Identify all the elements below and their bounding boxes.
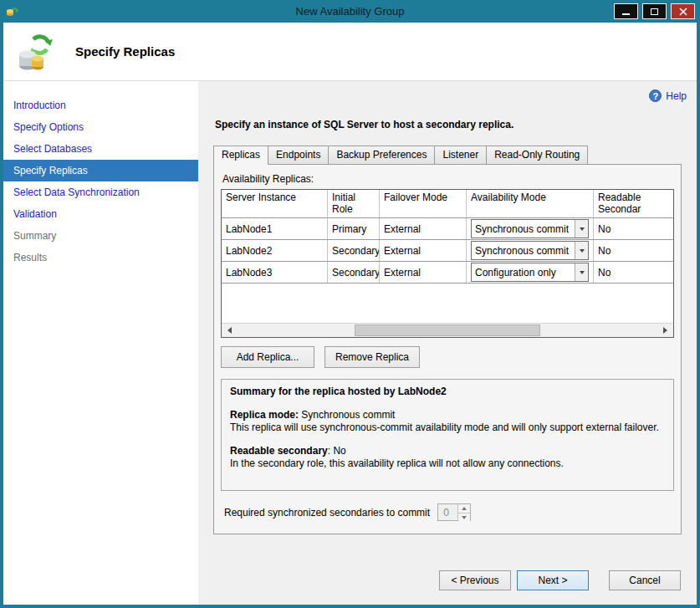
scroll-right-icon	[663, 327, 671, 334]
previous-button[interactable]: < Previous	[439, 570, 511, 590]
cell-failover-mode[interactable]: External	[380, 218, 467, 239]
cell-server-instance[interactable]: LabNode3	[222, 262, 328, 283]
replica-mode-line: Replica mode: Synchronous commit	[230, 409, 665, 422]
sidebar-item-introduction[interactable]: Introduction	[3, 95, 198, 116]
sidebar-item-specify-options[interactable]: Specify Options	[3, 116, 198, 138]
grid-empty-area	[222, 284, 673, 323]
wizard-footer: < Previous Next > Cancel	[208, 570, 687, 605]
dialog-body: Specify Replicas Introduction Specify Op…	[3, 23, 697, 605]
cell-availability-mode: Configuration only	[467, 262, 594, 283]
chevron-down-icon	[580, 227, 585, 233]
help-label: Help	[666, 90, 687, 102]
readable-secondary-description: In the secondary role, this availability…	[230, 457, 665, 470]
scroll-left-icon	[224, 327, 232, 334]
horizontal-scrollbar[interactable]	[222, 323, 673, 337]
column-header-initial-role[interactable]: Initial Role	[328, 190, 380, 217]
readable-secondary-label: Readable secondary	[230, 445, 328, 457]
spinner-down-button[interactable]	[458, 513, 470, 522]
cell-availability-mode: Synchronous commit	[467, 240, 594, 261]
cell-failover-mode[interactable]: External	[380, 262, 467, 283]
dropdown-button[interactable]	[575, 220, 588, 238]
spinner-up-button[interactable]	[458, 504, 470, 513]
sidebar-item-validation[interactable]: Validation	[3, 203, 198, 225]
sidebar-item-results: Results	[3, 247, 198, 268]
replica-tabs: Replicas Endpoints Backup Preferences Li…	[213, 146, 682, 164]
replicas-grid: Server Instance Initial Role Failover Mo…	[221, 189, 674, 338]
replica-mode-description: This replica will use synchronous-commit…	[230, 422, 665, 434]
readable-secondary-line: Readable secondary: No	[230, 445, 665, 457]
next-button[interactable]: Next >	[517, 570, 589, 590]
wizard-header: Specify Replicas	[3, 23, 697, 81]
cell-server-instance[interactable]: LabNode2	[222, 240, 328, 261]
scrollbar-thumb[interactable]	[355, 324, 541, 336]
cell-initial-role[interactable]: Primary	[328, 218, 380, 239]
cell-initial-role[interactable]: Secondary	[328, 240, 380, 261]
cell-readable-secondary[interactable]: No	[594, 240, 673, 261]
sidebar-item-specify-replicas[interactable]: Specify Replicas	[3, 160, 198, 181]
close-icon	[679, 8, 687, 16]
table-row[interactable]: LabNode1 Primary External Synchronous co…	[222, 218, 673, 240]
maximize-icon	[651, 8, 658, 15]
chevron-down-icon	[580, 271, 585, 277]
cell-readable-secondary[interactable]: No	[594, 262, 673, 283]
help-icon: ?	[649, 89, 662, 102]
maximize-button[interactable]	[642, 3, 667, 19]
window-title: New Availability Group	[0, 5, 700, 18]
sidebar-item-select-data-synchronization[interactable]: Select Data Synchronization	[3, 181, 198, 203]
minimize-button[interactable]	[614, 3, 638, 19]
availability-mode-value: Synchronous commit	[472, 245, 575, 257]
required-secondaries-spinner[interactable]	[437, 503, 471, 521]
wizard-steps-sidebar: Introduction Specify Options Select Data…	[3, 81, 198, 605]
cell-initial-role[interactable]: Secondary	[328, 262, 380, 283]
replica-summary-box: Summary for the replica hosted by LabNod…	[221, 379, 674, 491]
cancel-button[interactable]: Cancel	[609, 570, 681, 590]
add-replica-button[interactable]: Add Replica...	[221, 346, 314, 368]
new-availability-group-window: New Availability Group	[0, 0, 700, 608]
close-button[interactable]	[671, 3, 695, 19]
sidebar-item-summary: Summary	[3, 225, 198, 247]
column-header-readable-secondary[interactable]: Readable Secondar	[594, 190, 673, 217]
cell-failover-mode[interactable]: External	[380, 240, 467, 261]
chevron-up-icon	[462, 504, 467, 510]
remove-replica-button[interactable]: Remove Replica	[324, 346, 420, 368]
column-header-availability-mode[interactable]: Availability Mode	[467, 190, 594, 217]
dropdown-button[interactable]	[575, 242, 588, 259]
availability-replicas-label: Availability Replicas:	[222, 173, 674, 185]
availability-mode-value: Synchronous commit	[472, 223, 575, 235]
wizard-content: ? Help Specify an instance of SQL Server…	[198, 81, 697, 605]
tab-backup-preferences[interactable]: Backup Preferences	[328, 146, 435, 164]
cell-availability-mode: Synchronous commit	[467, 218, 594, 239]
scrollbar-track[interactable]	[236, 324, 659, 337]
tab-listener[interactable]: Listener	[434, 146, 487, 164]
grid-header: Server Instance Initial Role Failover Mo…	[222, 190, 673, 218]
cell-server-instance[interactable]: LabNode1	[222, 218, 328, 239]
tab-endpoints[interactable]: Endpoints	[268, 146, 329, 164]
availability-mode-dropdown[interactable]: Configuration only	[471, 263, 589, 282]
dropdown-button[interactable]	[575, 263, 588, 281]
help-link[interactable]: ? Help	[208, 89, 687, 102]
column-header-failover-mode[interactable]: Failover Mode	[380, 190, 467, 217]
app-icon	[5, 5, 18, 18]
availability-mode-value: Configuration only	[472, 267, 575, 278]
column-header-server-instance[interactable]: Server Instance	[222, 190, 328, 217]
replica-mode-label: Replica mode:	[230, 409, 299, 421]
tab-replicas[interactable]: Replicas	[213, 146, 268, 165]
required-secondaries-input[interactable]	[438, 504, 457, 520]
sidebar-item-select-databases[interactable]: Select Databases	[3, 138, 198, 160]
table-row[interactable]: LabNode2 Secondary External Synchronous …	[222, 240, 673, 262]
availability-mode-dropdown[interactable]: Synchronous commit	[471, 241, 589, 260]
availability-mode-dropdown[interactable]: Synchronous commit	[471, 219, 589, 238]
replicas-tab-panel: Availability Replicas: Server Instance I…	[213, 164, 682, 534]
required-secondaries-label: Required synchronized secondaries to com…	[224, 507, 430, 519]
availability-group-icon	[15, 31, 57, 73]
scroll-left-button[interactable]	[222, 324, 236, 337]
table-row[interactable]: LabNode3 Secondary External Configuratio…	[222, 262, 673, 284]
quorum-row: Required synchronized secondaries to com…	[221, 503, 674, 521]
scroll-right-button[interactable]	[659, 324, 673, 337]
instruction-text: Specify an instance of SQL Server to hos…	[215, 119, 680, 130]
cell-readable-secondary[interactable]: No	[594, 218, 673, 239]
tab-read-only-routing[interactable]: Read-Only Routing	[486, 146, 588, 164]
readable-secondary-value: : No	[328, 445, 346, 457]
summary-title: Summary for the replica hosted by LabNod…	[230, 386, 665, 398]
titlebar: New Availability Group	[0, 0, 700, 23]
